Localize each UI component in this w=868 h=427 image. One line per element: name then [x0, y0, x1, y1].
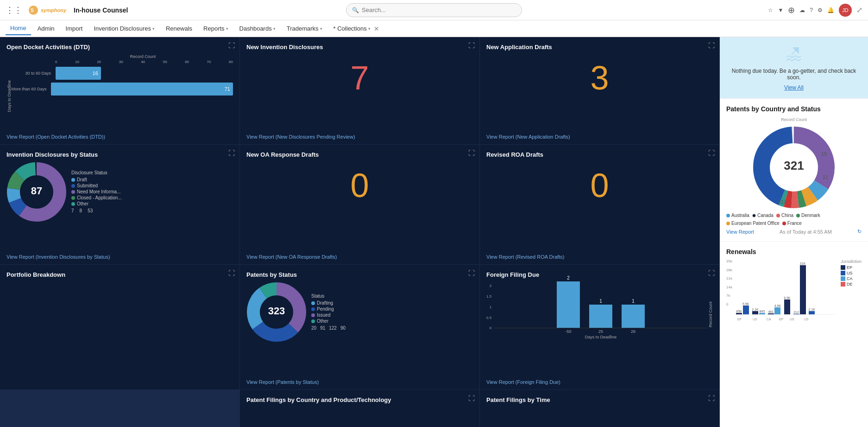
docket-y-label: Days to Deadline [7, 80, 12, 112]
search-icon: 🔍 [352, 7, 359, 13]
menu-collections[interactable]: * Collections ▾ ✕ [329, 22, 384, 35]
invention-status-link[interactable]: View Report (Invention Disclosures by St… [6, 254, 110, 260]
expand-pft-icon[interactable]: ⛶ [708, 395, 715, 402]
expand-roa-icon[interactable]: ⛶ [708, 149, 715, 157]
renewals-bar-ca-light [774, 307, 780, 314]
menu-home[interactable]: Home [6, 22, 31, 35]
renewals-group-us2: 212 31K [793, 262, 806, 314]
renewals-group-us1: 2.1K 845 [752, 308, 765, 314]
oa-report-link[interactable]: View Report (New OA Response Drafts) [246, 254, 337, 260]
jur-denmark: Denmark [796, 213, 820, 218]
renewals-group-ep2: 9.3K [784, 296, 790, 314]
ff-bar-group-3: 1 [622, 299, 645, 328]
nav-right-icons: ☆ ▼ ⊕ ☁ ? ⚙ 🔔 JD ⤢ [768, 4, 862, 17]
menu-invention-disclosures[interactable]: Invention Disclosures ▾ [89, 22, 159, 35]
menu-bar: Home Admin Import Invention Disclosures … [0, 20, 868, 37]
country-view-report-link[interactable]: View Report [726, 229, 754, 235]
grid-menu-icon[interactable]: ⋮⋮ [6, 5, 22, 15]
renewals-section: Renewals 0 7k 14k 21k 28k 35k 856 [720, 241, 868, 321]
question-icon[interactable]: ? [810, 7, 813, 13]
new-app-title: New Application Drafts [486, 44, 713, 51]
expand-patent-status-icon[interactable]: ⛶ [468, 269, 475, 277]
svg-text:87: 87 [31, 185, 42, 197]
right-panel: 🏖 Nothing due today. Be a go-getter, and… [720, 37, 868, 427]
menu-reports[interactable]: Reports ▾ [199, 22, 233, 35]
close-collections-icon[interactable]: ✕ [374, 25, 379, 32]
roa-report-link[interactable]: View Report (Revised ROA Drafts) [486, 254, 565, 260]
docket-report-link[interactable]: View Report (Open Docket Activities (DTD… [6, 134, 105, 140]
legend-other-pat: Other [311, 319, 346, 324]
renewals-chart-wrapper: 0 7k 14k 21k 28k 35k 856 [726, 259, 862, 315]
patent-filings-country-title: Patent Filings by Country and Product/Te… [246, 396, 473, 403]
renewals-group-ep1: 856 5.5K [736, 302, 749, 314]
plus-icon[interactable]: ⊕ [788, 5, 795, 15]
legend-de: DE [841, 282, 862, 287]
patent-filings-time-title: Patent Filings by Time [486, 396, 713, 403]
menu-renewals[interactable]: Renewals [161, 22, 197, 35]
jur-australia: Australia [726, 213, 749, 218]
menu-trademarks[interactable]: Trademarks ▾ [282, 22, 327, 35]
patents-status-donut: 323 [246, 282, 307, 342]
legend-ca: CA [841, 276, 862, 281]
svg-text:212: 212 [778, 199, 786, 204]
portfolio-breakdown-widget: Portfolio Breakdown ⛶ [0, 265, 239, 389]
bell-icon[interactable]: 🔔 [827, 7, 834, 13]
app-logo: S symphony [28, 5, 66, 16]
patents-status-link[interactable]: View Report (Patents by Status) [246, 379, 319, 385]
renewals-bar-ca-dark [768, 313, 774, 314]
user-avatar[interactable]: JD [839, 4, 852, 17]
ff-chart-area: 2 1 1 -50 25 26 D [493, 282, 708, 347]
renewals-y-axis: 0 7k 14k 21k 28k 35k [726, 259, 732, 315]
ff-report-link[interactable]: View Report (Foreign Filing Due) [486, 379, 560, 385]
app-title: In-house Counsel [74, 6, 128, 14]
menu-admin[interactable]: Admin [33, 22, 59, 35]
settings-icon[interactable]: ⚙ [818, 7, 823, 13]
new-app-number: 3 [486, 54, 713, 102]
jur-france: France [782, 221, 802, 226]
expand-invention-icon[interactable]: ⛶ [468, 42, 475, 49]
foreign-filing-widget: Foreign Filing Due ⛶ 2 1.5 1 0.5 0 2 1 [480, 265, 719, 389]
expand-app-icon[interactable]: ⛶ [708, 42, 715, 49]
legend-closed: Closed - Application... [71, 195, 122, 200]
portfolio-title: Portfolio Breakdown [6, 271, 233, 278]
invention-status-legend: Disclosure Status Draft Submitted Need M… [71, 170, 122, 213]
invention-report-link[interactable]: View Report (New Disclosures Pending Rev… [246, 134, 355, 140]
jur-china: China [776, 213, 793, 218]
renewals-group-ca: 481 4.6K [768, 304, 781, 314]
country-donut-chart: 321 19 11 212 [752, 126, 836, 209]
logo-text: symphony [41, 7, 66, 13]
chevron-down-icon-2: ▾ [226, 26, 228, 31]
renewals-bar-ep2 [784, 300, 790, 314]
top-nav: ⋮⋮ S symphony In-house Counsel 🔍 ☆ ▼ ⊕ ☁… [0, 0, 868, 20]
view-all-link[interactable]: View All [784, 84, 804, 91]
expand-inv-status-icon[interactable]: ⛶ [228, 149, 235, 157]
star-icon[interactable]: ☆ [768, 7, 773, 13]
new-invention-number: 7 [246, 54, 473, 102]
app-report-link[interactable]: View Report (New Application Drafts) [486, 134, 570, 140]
report-time: As of Today at 4:55 AM [780, 229, 832, 235]
expand-icon[interactable]: ⤢ [856, 6, 862, 14]
search-bar[interactable]: 🔍 [346, 3, 522, 17]
renewals-group-us3: 2.1K [809, 308, 815, 314]
ff-bar-2 [589, 305, 612, 328]
chevron-down-icon-4: ▾ [320, 26, 322, 31]
refresh-icon[interactable]: ↻ [857, 229, 862, 235]
invention-status-widget: Invention Disclosures by Status ⛶ 87 Dis… [0, 145, 239, 265]
dropdown-icon[interactable]: ▼ [778, 7, 783, 13]
expand-ff-icon[interactable]: ⛶ [708, 269, 715, 277]
renewals-bar-ep-dark [736, 313, 742, 314]
docket-x-label: Record Count [6, 54, 233, 59]
expand-oa-icon[interactable]: ⛶ [468, 149, 475, 157]
menu-import[interactable]: Import [61, 22, 88, 35]
expand-pfc-icon[interactable]: ⛶ [468, 395, 475, 402]
legend-pending: Pending [311, 306, 346, 312]
expand-docket-icon[interactable]: ⛶ [228, 42, 235, 49]
patents-status-widget: Patents by Status ⛶ 323 Status Drafting [240, 265, 479, 389]
search-input[interactable] [362, 6, 516, 13]
jur-canada: Canada [752, 213, 774, 218]
expand-portfolio-icon[interactable]: ⛶ [228, 269, 235, 277]
menu-dashboards[interactable]: Dashboards ▾ [235, 22, 280, 35]
svg-text:19: 19 [821, 151, 827, 157]
legend-draft: Draft [71, 177, 122, 182]
cloud-icon[interactable]: ☁ [799, 7, 805, 13]
